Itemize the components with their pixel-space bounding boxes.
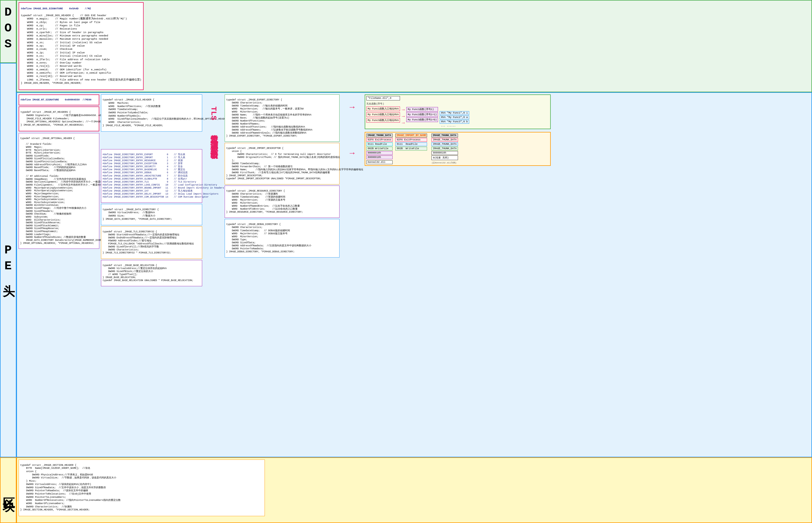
debug-label: 调试信息 bbox=[207, 134, 220, 136]
func-addr-1: My Func1函数入口地址RVA bbox=[366, 106, 400, 111]
import-panel: IMAGE_THUNK_DATA 02F6 ExitProcess 0111 R… bbox=[365, 132, 551, 166]
rva-item-1: RVA "My Func1",0 i bbox=[440, 111, 469, 115]
dll-name: Kennel32.dll bbox=[366, 160, 393, 164]
image-data-directory-code: typedef struct _IMAGE_DATA_DIRECTORY { D… bbox=[101, 204, 202, 225]
thunk2-end: 0(结束 关闭) bbox=[431, 156, 458, 160]
thunk-title-2: IMAGE_THUNK_DATA bbox=[431, 133, 458, 138]
thunk2-item-3: IMAGE_THUNK_DATA bbox=[431, 147, 458, 150]
func-label-1: My Func1函数(序号1) bbox=[406, 107, 438, 112]
func-addr-3: My Func3函数入口地址RVA bbox=[366, 118, 400, 123]
resource-directory-code: typedef struct _IMAGE_RESOURCE_DIRECTORY… bbox=[225, 185, 339, 218]
export-panel: "FileName.dll",0 无名函数(序号) My Func1函数入口地址… bbox=[365, 94, 551, 129]
reloc-label: 重定位表 bbox=[207, 128, 220, 130]
dos-header-code: #define IMAGE_DOS_SIGNATURE 0x5A4D //MZ … bbox=[19, 2, 144, 90]
hex-1: 80000010h bbox=[366, 151, 393, 155]
thunk-item-1: 02F6 ExitProcess bbox=[366, 138, 393, 142]
section-header-code: typedef struct _IMAGE_SECTION_HEADER { B… bbox=[19, 459, 265, 516]
import-arrow-label: 输入表 bbox=[207, 140, 220, 143]
debug-directory-code: typedef struct _IMAGE_DEBUG_DIRECTORY { … bbox=[225, 219, 339, 257]
export-arrow: → bbox=[350, 103, 354, 112]
export-directory-code: typedef struct _IMAGE_EXPORT_DIRECTORY {… bbox=[225, 94, 339, 142]
no-name-label: 无名函数(序号) bbox=[366, 102, 400, 106]
nt-define: #define IMAGE_NT_SIGNATURE 0x00004550 //… bbox=[19, 94, 99, 105]
pe-label: PE头 bbox=[0, 63, 16, 457]
import-arrow: → bbox=[350, 149, 354, 158]
thunk2-hex-1: 80000010h bbox=[431, 151, 458, 155]
dos-struct-code: typedef struct _IMAGE_DOS_HEADER { // DO… bbox=[21, 14, 142, 85]
thunk-item-2: 0111 ReadFile bbox=[366, 142, 393, 146]
dll2-label: (以Kennel32.dll为例) bbox=[431, 161, 458, 164]
pe-section: #define IMAGE_NT_SIGNATURE 0x00004550 //… bbox=[16, 92, 812, 457]
ibn-item-2: 0111 ReadFile bbox=[395, 142, 427, 146]
thunk2-item-2: IMAGE_THUNK_DATA bbox=[431, 142, 458, 146]
data-dir-defines: #define IMAGE_DIRECTORY_ENTRY_EXPORT 0 /… bbox=[101, 149, 202, 203]
optional-header-code: typedef struct _IMAGE_OPTIONAL_HEADER { … bbox=[19, 133, 99, 249]
func-label-2: My Func2函数(序号1+1) bbox=[406, 112, 438, 117]
filename-box: "FileName.dll",0 bbox=[366, 96, 400, 101]
rva-item-2: RVA "My Func2",0 a bbox=[440, 115, 469, 119]
tls-code: typedef struct _IMAGE_TLS_DIRECTORY32 { … bbox=[101, 226, 202, 259]
dos-label: DOS头部 bbox=[0, 0, 16, 63]
dots-line: ... ...... bbox=[440, 124, 469, 128]
func-label-3: My Func3函数(序号1+b) bbox=[406, 118, 438, 122]
thunk-title-1: IMAGE_THUNK_DATA bbox=[366, 133, 393, 138]
section-header-section: typedef struct _IMAGE_SECTION_HEADER { B… bbox=[16, 457, 812, 523]
thunk-item-3: 002B WriteFile bbox=[366, 147, 393, 150]
import-by-name-label: IMAGE_IMPORT_BY_NAME bbox=[395, 133, 427, 138]
dos-section: #define IMAGE_DOS_SIGNATURE 0x5A4D //MZ … bbox=[16, 0, 812, 92]
section-label: 区块 bbox=[0, 457, 16, 523]
base-relocation-code: typedef struct _IMAGE_BASE_RELOCATION { … bbox=[101, 260, 202, 286]
export-arrow-label: 输出表 bbox=[207, 144, 220, 146]
resource-arrow-label: 资源 bbox=[207, 137, 220, 139]
func-addr-2: My Func2函数入口地址RVA bbox=[366, 112, 400, 117]
file-header-code: typedef struct _IMAGE_FILE_HEADER { WORD… bbox=[101, 94, 202, 132]
tls-label: TLS bbox=[208, 105, 219, 121]
dos-define-line: #define IMAGE_DOS_SIGNATURE 0x5A4D //MZ bbox=[21, 7, 91, 10]
import-descriptor-code: typedef struct _IMAGE_IMPORT_DESCRIPTOR … bbox=[225, 143, 339, 184]
hex-2: 80000010h bbox=[366, 156, 393, 159]
thunk2-item-1: IMAGE_THUNK_DATA bbox=[431, 138, 458, 142]
nt-headers-code: typedef struct _IMAGE_NT_HEADERS { DWORD… bbox=[19, 106, 99, 132]
ibn-item-1: 02F6 ExitProcess bbox=[395, 138, 427, 142]
rva-item-3: RVA "My Func3",0 b bbox=[440, 120, 469, 124]
ibn-item-3: 002B WriteFile bbox=[395, 147, 427, 150]
